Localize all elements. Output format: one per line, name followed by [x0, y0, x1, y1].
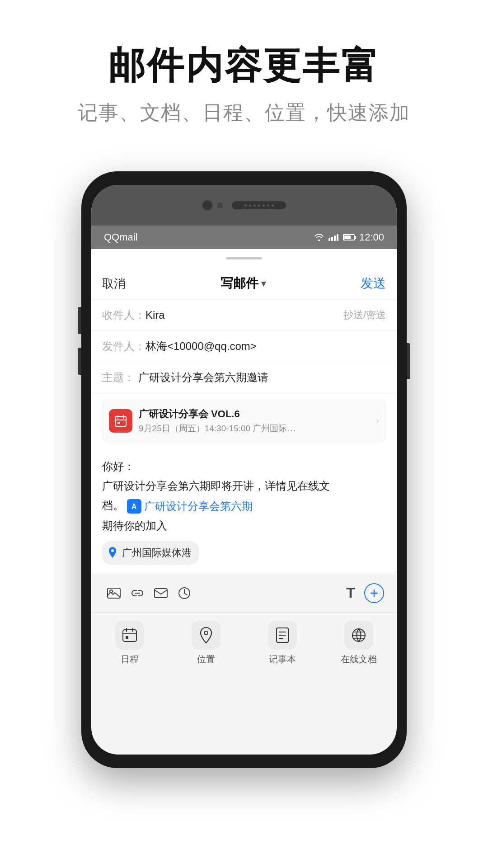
cancel-button[interactable]: 取消: [102, 276, 126, 292]
subject-field: 主题： 广研设计分享会第六期邀请: [91, 362, 397, 393]
signal-icon: [328, 234, 338, 241]
to-field: 收件人： Kira 抄送/密送: [91, 300, 397, 331]
body-line3: 期待你的加入: [102, 517, 386, 535]
doc-action-icon: [344, 621, 373, 650]
svg-point-5: [111, 549, 114, 552]
phone-outer: QQmail: [81, 171, 407, 768]
link-icon-button[interactable]: [126, 581, 149, 605]
calendar-icon: [114, 414, 127, 428]
mail-icon-button[interactable]: [149, 581, 173, 605]
clock-icon-button[interactable]: [173, 581, 196, 605]
action-note[interactable]: 记事本: [244, 621, 320, 665]
svg-point-20: [204, 631, 208, 635]
location-action-label: 位置: [197, 653, 215, 665]
svg-rect-9: [155, 589, 167, 598]
calendar-event-detail: 9月25日（周五）14:30-15:00 广州国际…: [139, 423, 376, 434]
page-subtitle: 记事、文档、日程、位置，快速添加: [27, 99, 461, 126]
page-title: 邮件内容更丰富: [27, 45, 461, 86]
body-line1: 广研设计分享会第六期即将开讲，详情见在线文: [102, 477, 386, 495]
email-compose: 取消 写邮件 ▾ 发送 收件人： Kira 抄送/密送 发件人： 林海<10: [91, 268, 397, 676]
compose-topbar: 取消 写邮件 ▾ 发送: [91, 268, 397, 300]
bottom-toolbar: T: [91, 574, 397, 676]
email-body[interactable]: 你好： 广研设计分享会第六期即将开讲，详情见在线文 档。 A 广研设计分享会第六…: [91, 448, 397, 574]
to-label: 收件人：: [102, 308, 145, 322]
wifi-icon: [314, 234, 324, 241]
calendar-info: 广研设计分享会 VOL.6 9月25日（周五）14:30-15:00 广州国际…: [139, 407, 376, 434]
to-value[interactable]: Kira: [145, 309, 343, 321]
from-field: 发件人： 林海<10000@qq.com>: [91, 331, 397, 362]
compose-title: 写邮件 ▾: [221, 275, 266, 292]
text-format-icon-button[interactable]: T: [339, 581, 362, 605]
calendar-event-title: 广研设计分享会 VOL.6: [139, 407, 376, 421]
action-calendar[interactable]: 日程: [91, 621, 168, 665]
sensor-icon: [217, 203, 223, 208]
calendar-card[interactable]: 广研设计分享会 VOL.6 9月25日（周五）14:30-15:00 广州国际……: [102, 400, 386, 442]
image-icon-button[interactable]: [102, 581, 126, 605]
svg-rect-4: [117, 422, 120, 424]
toolbar-icons-row: T: [91, 574, 397, 612]
from-value: 林海<10000@qq.com>: [145, 339, 386, 354]
location-chip[interactable]: 广州国际媒体港: [102, 541, 199, 565]
svg-line-12: [184, 593, 187, 595]
action-doc[interactable]: 在线文档: [320, 621, 397, 665]
doc-link-wrap[interactable]: A 广研设计分享会第六期: [127, 497, 253, 516]
note-action-icon: [268, 621, 297, 650]
subject-value[interactable]: 广研设计分享会第六期邀请: [138, 370, 386, 385]
camera-icon: [202, 200, 213, 211]
body-line2: 档。 A 广研设计分享会第六期: [102, 496, 386, 516]
cc-bcc-button[interactable]: 抄送/密送: [343, 308, 386, 322]
svg-rect-0: [115, 416, 126, 426]
phone-notch: [91, 185, 397, 226]
app-name: QQmail: [104, 231, 138, 243]
note-action-label: 记事本: [269, 653, 296, 665]
add-icon-button[interactable]: [362, 581, 386, 605]
phone-mockup: QQmail: [81, 171, 407, 768]
scroll-indicator: [226, 257, 262, 259]
doc-action-label: 在线文档: [341, 653, 377, 665]
svg-rect-19: [126, 636, 128, 639]
calendar-icon-wrap: [109, 409, 132, 433]
bottom-actions: 日程 位置: [91, 612, 397, 676]
location-pin-icon: [107, 547, 118, 558]
status-right: 12:00: [314, 231, 384, 243]
battery-icon: [343, 234, 355, 241]
subject-label: 主题：: [102, 370, 138, 385]
page-header: 邮件内容更丰富 记事、文档、日程、位置，快速添加: [0, 0, 488, 144]
plus-circle-icon: [364, 583, 384, 603]
svg-rect-15: [123, 630, 136, 642]
title-chevron-icon: ▾: [261, 278, 266, 289]
doc-link-text[interactable]: 广研设计分享会第六期: [144, 497, 253, 516]
location-text: 广州国际媒体港: [122, 544, 192, 561]
status-time: 12:00: [359, 231, 384, 243]
body-greeting: 你好：: [102, 458, 386, 476]
doc-icon: A: [127, 499, 141, 514]
phone-screen: QQmail: [91, 185, 397, 755]
from-label: 发件人：: [102, 339, 145, 354]
calendar-action-label: 日程: [121, 653, 139, 665]
calendar-action-icon: [115, 621, 144, 650]
card-chevron-icon: ›: [376, 415, 379, 427]
action-location[interactable]: 位置: [168, 621, 244, 665]
speaker-icon: [232, 201, 286, 209]
location-action-icon: [192, 621, 221, 650]
status-bar: QQmail: [91, 226, 397, 249]
send-button[interactable]: 发送: [361, 275, 386, 292]
